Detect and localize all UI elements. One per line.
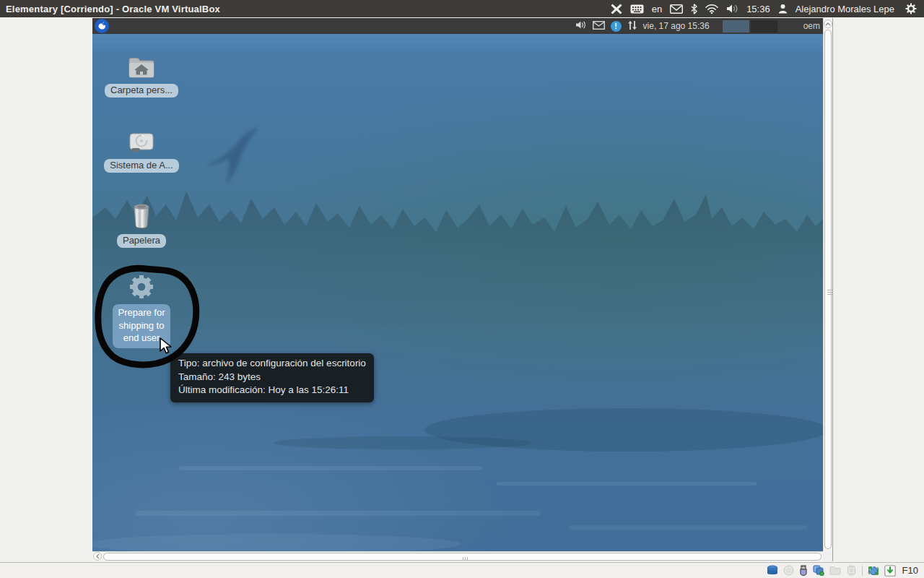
- tooltip-modified: Última modificación: Hoy a las 15:26:11: [178, 384, 366, 397]
- guest-clock[interactable]: vie, 17 ago 15:36: [643, 21, 710, 31]
- workspace-1[interactable]: [723, 20, 749, 33]
- notifications-indicator-icon[interactable]: [611, 4, 622, 14]
- vertical-scroll-grip: [827, 290, 832, 296]
- vm-display: Carpeta pers... Sistema de A...: [92, 18, 823, 551]
- guest-panel-tray: ! vie, 17 ago 15:36 oem: [575, 20, 823, 33]
- usb-status-icon[interactable]: [799, 565, 808, 577]
- scroll-up-button[interactable]: [824, 20, 832, 28]
- desktop-icon-label: Papelera: [117, 234, 166, 248]
- tooltip-size: Tamaño: 243 bytes: [178, 371, 366, 384]
- horizontal-scroll-thumb[interactable]: [103, 553, 821, 561]
- desktop-icon-label: Carpeta pers...: [105, 84, 178, 98]
- vbox-statusbar: V F10: [0, 562, 924, 578]
- optical-drives-status-icon[interactable]: [783, 565, 794, 576]
- window-title: Elementary [Corriendo] - Oracle VM Virtu…: [0, 4, 220, 14]
- guest-user-name[interactable]: oem: [803, 21, 820, 31]
- desktop-icon-oem-setup[interactable]: Prepare for shipping to end user: [110, 273, 173, 348]
- desktop-icon-filesystem[interactable]: Sistema de A...: [110, 131, 173, 173]
- wifi-indicator-icon[interactable]: [705, 4, 718, 14]
- viewport-right-edge: [832, 18, 833, 561]
- mouse-integration-status-icon[interactable]: [868, 565, 879, 577]
- scroll-left-button[interactable]: [93, 552, 102, 561]
- guest-mail-icon[interactable]: [593, 21, 605, 32]
- desktop-icon-home[interactable]: Carpeta pers...: [110, 54, 173, 98]
- keyboard-capture-status-icon[interactable]: [884, 565, 896, 577]
- applications-menu-icon[interactable]: [95, 19, 109, 33]
- statusbar-separator: [862, 566, 863, 576]
- guest-network-arrows-icon[interactable]: [627, 20, 637, 33]
- trash-icon: [128, 202, 154, 230]
- keyboard-layout-icon[interactable]: [630, 4, 644, 14]
- host-user-name[interactable]: Alejandro Morales Lepe: [796, 4, 894, 14]
- virtualbox-window: { "titlebar": { "title": "Elementary [Co…: [0, 0, 924, 578]
- bluetooth-indicator-icon[interactable]: [691, 4, 697, 14]
- mail-indicator-icon[interactable]: [670, 4, 683, 14]
- desktop-icon-trash[interactable]: Papelera: [110, 202, 173, 248]
- host-indicator-tray: en 15:36 Alejandro Morales Lepe: [611, 3, 924, 14]
- guest-desktop[interactable]: Carpeta pers... Sistema de A...: [92, 34, 823, 551]
- vertical-scrollbar[interactable]: [823, 18, 832, 551]
- guest-volume-icon[interactable]: [575, 20, 587, 32]
- svg-text:V: V: [850, 568, 853, 573]
- home-folder-icon: [127, 54, 156, 80]
- vertical-scroll-thumb[interactable]: [824, 30, 832, 549]
- gear-icon: [128, 273, 155, 301]
- wallpaper-forest: [92, 176, 823, 327]
- hard-disks-status-icon[interactable]: [767, 565, 778, 576]
- file-tooltip: Tipo: archivo de configuración del escri…: [170, 353, 374, 402]
- hard-drive-icon: [127, 131, 156, 155]
- session-gear-icon[interactable]: [905, 3, 917, 14]
- shared-folders-status-icon[interactable]: [829, 566, 841, 575]
- host-titlebar: Elementary [Corriendo] - Oracle VM Virtu…: [0, 0, 924, 17]
- network-status-icon[interactable]: [813, 565, 824, 576]
- display-features-status-icon[interactable]: V: [846, 565, 857, 576]
- desktop-icon-label-selected: Prepare for shipping to end user: [113, 304, 170, 348]
- workspace-2[interactable]: [751, 20, 777, 33]
- wallpaper-bird: [201, 121, 266, 197]
- horizontal-scroll-grip: [463, 557, 468, 560]
- horizontal-scrollbar[interactable]: [92, 551, 823, 561]
- host-key-label: F10: [902, 565, 918, 576]
- desktop-icon-label: Sistema de A...: [104, 159, 178, 173]
- guest-update-alert-icon[interactable]: !: [611, 21, 622, 32]
- tooltip-type: Tipo: archivo de configuración del escri…: [178, 357, 366, 371]
- workspace-switcher: [723, 20, 777, 33]
- host-clock[interactable]: 15:36: [746, 4, 770, 14]
- user-indicator-icon[interactable]: [778, 4, 788, 14]
- keyboard-layout-label[interactable]: en: [652, 4, 662, 14]
- volume-indicator-icon[interactable]: [726, 4, 738, 14]
- guest-panel: ! vie, 17 ago 15:36 oem: [92, 18, 823, 34]
